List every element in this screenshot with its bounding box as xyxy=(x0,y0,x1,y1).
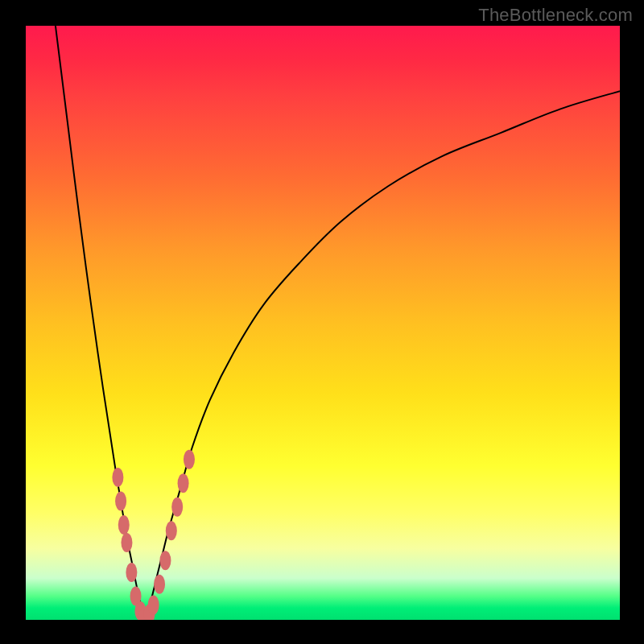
data-marker xyxy=(171,497,183,517)
curve-right-branch xyxy=(145,91,620,620)
data-marker xyxy=(184,450,195,469)
data-marker xyxy=(118,515,130,535)
curve-layer xyxy=(26,26,620,620)
curve-left-branch xyxy=(56,26,145,620)
data-marker xyxy=(115,491,126,510)
chart-frame: TheBottleneck.com xyxy=(0,0,644,644)
data-marker xyxy=(159,551,171,570)
plot-area xyxy=(26,26,620,620)
data-marker xyxy=(126,563,137,582)
data-marker xyxy=(166,521,177,540)
data-marker xyxy=(121,533,132,552)
data-marker xyxy=(154,575,165,594)
data-marker xyxy=(178,473,189,493)
watermark-text: TheBottleneck.com xyxy=(478,5,633,26)
data-marker xyxy=(112,468,123,487)
data-marker xyxy=(148,596,159,615)
